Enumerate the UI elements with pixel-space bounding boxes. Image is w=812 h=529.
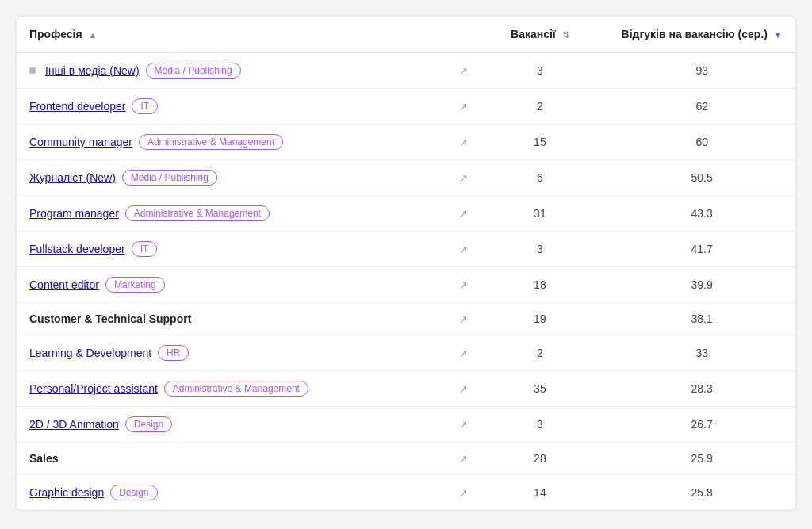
external-link-cell: ↗ (453, 196, 471, 232)
profession-name[interactable]: Журналіст (New) (29, 171, 116, 184)
col-header-profession[interactable]: Професія ▲ (17, 17, 453, 52)
vacancies-value: 35 (471, 371, 608, 407)
table-row: Customer & Technical Support↗1938.1 (17, 303, 795, 335)
profession-tag[interactable]: Administrative & Management (139, 134, 283, 150)
responses-value: 38.1 (608, 303, 795, 335)
external-link-icon[interactable]: ↗ (459, 136, 468, 148)
external-link-cell: ↗ (453, 52, 471, 89)
responses-value: 50.5 (608, 160, 795, 196)
responses-value: 26.7 (608, 407, 795, 443)
profession-cell-12: Sales (17, 443, 453, 475)
table-row: Frontend developerIT↗262 (17, 89, 795, 125)
external-link-icon[interactable]: ↗ (459, 208, 468, 220)
sort-responses-icon[interactable]: ▼ (774, 30, 783, 40)
table-header-row: Професія ▲ Вакансії ⇅ Відгуків на ваканс… (17, 17, 795, 52)
profession-tag[interactable]: Administrative & Management (164, 381, 308, 397)
profession-tag[interactable]: IT (132, 241, 158, 257)
col-header-link (453, 17, 471, 52)
profession-name[interactable]: Graphic design (29, 486, 104, 499)
external-link-cell: ↗ (453, 232, 471, 267)
profession-name[interactable]: Content editor (29, 278, 99, 291)
external-link-icon[interactable]: ↗ (459, 419, 468, 431)
external-link-icon[interactable]: ↗ (459, 65, 468, 77)
responses-value: 43.3 (608, 196, 795, 232)
external-link-cell: ↗ (453, 160, 471, 196)
external-link-cell: ↗ (453, 443, 471, 475)
gray-dot-icon (29, 67, 36, 74)
table-row: Sales↗2825.9 (17, 443, 795, 475)
external-link-cell: ↗ (453, 303, 471, 335)
responses-value: 60 (608, 125, 795, 160)
external-link-icon[interactable]: ↗ (459, 172, 468, 184)
professions-table: Професія ▲ Вакансії ⇅ Відгуків на ваканс… (17, 17, 795, 510)
profession-name[interactable]: Frontend developer (29, 100, 125, 113)
table-row: Content editorMarketing↗1839.9 (17, 267, 795, 303)
responses-value: 39.9 (608, 267, 795, 303)
profession-tag[interactable]: Design (110, 485, 157, 500)
profession-name[interactable]: Customer & Technical Support (29, 312, 191, 325)
profession-cell-8: Customer & Technical Support (17, 303, 453, 335)
profession-tag[interactable]: IT (132, 98, 158, 114)
table-row: Graphic designDesign↗1425.8 (17, 475, 795, 511)
table-row: Program managerAdministrative & Manageme… (17, 196, 795, 232)
profession-name[interactable]: Інші в медіа (New) (45, 64, 140, 77)
external-link-cell: ↗ (453, 267, 471, 303)
col-header-responses[interactable]: Відгуків на вакансію (сер.) ▼ (608, 17, 795, 52)
profession-tag[interactable]: Marketing (105, 277, 165, 293)
profession-cell-11: 2D / 3D AnimationDesign (17, 407, 453, 443)
external-link-cell: ↗ (453, 407, 471, 443)
responses-value: 28.3 (608, 371, 795, 407)
profession-tag[interactable]: Media / Publishing (146, 63, 241, 79)
table-row: Інші в медіа (New)Media / Publishing↗393 (17, 52, 795, 89)
external-link-icon[interactable]: ↗ (459, 279, 468, 291)
profession-cell-13: Graphic designDesign (17, 475, 453, 511)
external-link-icon[interactable]: ↗ (459, 487, 468, 499)
profession-tag[interactable]: Design (125, 416, 172, 432)
profession-cell-5: Program managerAdministrative & Manageme… (17, 196, 453, 232)
external-link-icon[interactable]: ↗ (459, 383, 468, 395)
external-link-cell: ↗ (453, 371, 471, 407)
responses-value: 41.7 (608, 232, 795, 267)
profession-cell-1: Інші в медіа (New)Media / Publishing (17, 52, 453, 89)
external-link-icon[interactable]: ↗ (459, 453, 468, 465)
profession-cell-4: Журналіст (New)Media / Publishing (17, 160, 453, 196)
profession-cell-2: Frontend developerIT (17, 89, 453, 125)
profession-tag[interactable]: HR (158, 345, 189, 361)
sort-vacancies-icon[interactable]: ⇅ (562, 30, 569, 40)
external-link-icon[interactable]: ↗ (459, 101, 468, 113)
profession-tag[interactable]: Media / Publishing (122, 170, 217, 186)
profession-cell-3: Community managerAdministrative & Manage… (17, 125, 453, 160)
col-header-vacancies[interactable]: Вакансії ⇅ (471, 17, 608, 52)
main-table-container: Професія ▲ Вакансії ⇅ Відгуків на ваканс… (16, 16, 796, 511)
profession-name[interactable]: Personal/Project assistant (29, 382, 158, 395)
table-row: Learning & DevelopmentHR↗233 (17, 335, 795, 371)
table-row: Fullstack developerIT↗341.7 (17, 232, 795, 267)
sort-profession-icon[interactable]: ▲ (89, 30, 98, 40)
profession-cell-9: Learning & DevelopmentHR (17, 335, 453, 371)
responses-value: 25.8 (608, 475, 795, 511)
profession-name[interactable]: Fullstack developer (29, 243, 125, 255)
profession-name[interactable]: Community manager (29, 136, 132, 148)
vacancies-value: 2 (471, 89, 608, 125)
profession-name[interactable]: Sales (29, 452, 59, 465)
vacancies-value: 14 (471, 475, 608, 511)
profession-name[interactable]: Learning & Development (29, 347, 151, 359)
external-link-icon[interactable]: ↗ (459, 347, 468, 359)
vacancies-value: 18 (471, 267, 608, 303)
vacancies-value: 2 (471, 335, 608, 371)
responses-value: 93 (608, 52, 795, 89)
profession-tag[interactable]: Administrative & Management (125, 205, 270, 221)
vacancies-value: 28 (471, 443, 608, 475)
vacancies-value: 3 (471, 52, 608, 89)
profession-name[interactable]: Program manager (29, 207, 119, 220)
profession-cell-6: Fullstack developerIT (17, 232, 453, 267)
table-row: Журналіст (New)Media / Publishing↗650.5 (17, 160, 795, 196)
responses-value: 62 (608, 89, 795, 125)
profession-name[interactable]: 2D / 3D Animation (29, 418, 119, 431)
external-link-cell: ↗ (453, 125, 471, 160)
external-link-icon[interactable]: ↗ (459, 243, 468, 255)
external-link-cell: ↗ (453, 335, 471, 371)
table-row: Community managerAdministrative & Manage… (17, 125, 795, 160)
vacancies-value: 19 (471, 303, 608, 335)
external-link-icon[interactable]: ↗ (459, 313, 468, 325)
